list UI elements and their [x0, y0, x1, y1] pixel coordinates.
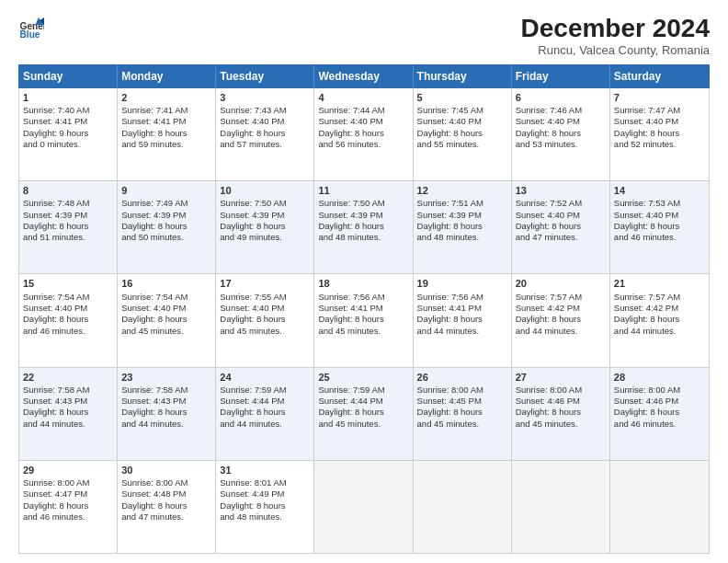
day-info: Daylight: 8 hours — [220, 221, 310, 232]
day-number: 20 — [516, 277, 606, 290]
day-number: 13 — [516, 184, 606, 197]
day-info: Sunset: 4:41 PM — [318, 303, 408, 314]
day-number: 28 — [614, 371, 705, 384]
day-info: Daylight: 8 hours — [23, 500, 113, 511]
day-info: Sunset: 4:40 PM — [220, 116, 310, 127]
subtitle: Runcu, Valcea County, Romania — [521, 43, 710, 57]
calendar: SundayMondayTuesdayWednesdayThursdayFrid… — [18, 64, 710, 554]
table-row: 21Sunrise: 7:57 AMSunset: 4:42 PMDayligh… — [610, 274, 709, 366]
day-info: and 48 minutes. — [220, 511, 310, 523]
day-info: Sunrise: 7:47 AM — [614, 105, 705, 116]
day-info: and 50 minutes. — [121, 232, 211, 243]
title-block: December 2024 Runcu, Valcea County, Roma… — [521, 15, 710, 57]
day-number: 10 — [220, 184, 310, 197]
table-row: 8Sunrise: 7:48 AMSunset: 4:39 PMDaylight… — [19, 181, 118, 273]
day-number: 7 — [614, 91, 705, 104]
day-info: Sunset: 4:39 PM — [121, 210, 211, 221]
day-info: Daylight: 8 hours — [417, 221, 507, 232]
day-info: Sunset: 4:49 PM — [220, 488, 310, 500]
day-info: and 49 minutes. — [220, 232, 310, 243]
day-number: 29 — [23, 464, 113, 477]
day-info: Daylight: 8 hours — [121, 314, 211, 325]
day-number: 31 — [220, 464, 310, 477]
table-row: 2Sunrise: 7:41 AMSunset: 4:41 PMDaylight… — [118, 88, 216, 180]
day-info: Sunrise: 7:56 AM — [318, 292, 408, 303]
day-info: Sunset: 4:46 PM — [614, 396, 705, 407]
table-row: 6Sunrise: 7:46 AMSunset: 4:40 PMDaylight… — [512, 88, 610, 180]
day-info: Sunset: 4:40 PM — [614, 116, 705, 127]
day-number: 27 — [516, 371, 606, 384]
table-row: 23Sunrise: 7:58 AMSunset: 4:43 PMDayligh… — [118, 368, 216, 460]
day-info: Daylight: 8 hours — [614, 314, 705, 325]
logo-icon: General Blue — [18, 15, 44, 40]
day-info: Daylight: 8 hours — [417, 314, 507, 325]
table-row: 7Sunrise: 7:47 AMSunset: 4:40 PMDaylight… — [610, 88, 709, 180]
table-row: 26Sunrise: 8:00 AMSunset: 4:45 PMDayligh… — [414, 368, 512, 460]
day-info: and 45 minutes. — [318, 326, 408, 337]
day-info: Sunrise: 7:49 AM — [121, 198, 211, 209]
day-info: and 44 minutes. — [23, 419, 113, 430]
day-info: and 56 minutes. — [318, 139, 408, 150]
day-info: Sunrise: 7:41 AM — [121, 105, 211, 116]
day-info: and 44 minutes. — [614, 326, 705, 337]
day-number: 2 — [121, 91, 211, 104]
day-number: 9 — [121, 184, 211, 197]
header-day-tuesday: Tuesday — [216, 65, 314, 87]
day-info: and 57 minutes. — [220, 139, 310, 150]
day-info: Daylight: 8 hours — [417, 128, 507, 139]
calendar-row-1: 8Sunrise: 7:48 AMSunset: 4:39 PMDaylight… — [19, 181, 709, 274]
day-info: Sunset: 4:39 PM — [23, 210, 113, 221]
day-info: Sunrise: 8:00 AM — [23, 477, 113, 488]
day-info: Sunrise: 7:53 AM — [614, 198, 705, 209]
day-info: and 44 minutes. — [220, 419, 310, 430]
day-info: Sunset: 4:40 PM — [614, 210, 705, 221]
day-info: Sunrise: 8:00 AM — [417, 385, 507, 396]
header-day-monday: Monday — [118, 65, 216, 87]
day-number: 17 — [220, 277, 310, 290]
svg-text:Blue: Blue — [20, 29, 40, 40]
day-info: Sunset: 4:40 PM — [516, 116, 606, 127]
table-row: 1Sunrise: 7:40 AMSunset: 4:41 PMDaylight… — [19, 88, 118, 180]
day-info: Daylight: 8 hours — [516, 314, 606, 325]
day-info: and 46 minutes. — [614, 419, 705, 430]
day-info: Daylight: 8 hours — [516, 128, 606, 139]
day-info: Daylight: 8 hours — [318, 128, 408, 139]
table-row: 10Sunrise: 7:50 AMSunset: 4:39 PMDayligh… — [216, 181, 314, 273]
day-number: 15 — [23, 277, 113, 290]
day-info: Sunset: 4:39 PM — [220, 210, 310, 221]
day-info: Sunset: 4:40 PM — [417, 116, 507, 127]
day-info: and 45 minutes. — [516, 419, 606, 430]
day-number: 12 — [417, 184, 507, 197]
day-info: Daylight: 9 hours — [23, 128, 113, 139]
day-number: 26 — [417, 371, 507, 384]
day-info: Daylight: 8 hours — [121, 128, 211, 139]
day-info: Sunrise: 7:48 AM — [23, 198, 113, 209]
day-info: Sunrise: 7:44 AM — [318, 105, 408, 116]
day-info: and 45 minutes. — [220, 326, 310, 337]
day-info: Sunset: 4:41 PM — [23, 116, 113, 127]
day-number: 5 — [417, 91, 507, 104]
day-info: and 47 minutes. — [121, 511, 211, 523]
table-row: 19Sunrise: 7:56 AMSunset: 4:41 PMDayligh… — [414, 274, 512, 366]
day-info: and 44 minutes. — [516, 326, 606, 337]
day-info: Sunset: 4:40 PM — [516, 210, 606, 221]
day-info: Daylight: 8 hours — [318, 314, 408, 325]
day-info: and 53 minutes. — [516, 139, 606, 150]
day-number: 24 — [220, 371, 310, 384]
day-info: Sunset: 4:48 PM — [121, 488, 211, 500]
day-info: Sunrise: 7:58 AM — [121, 385, 211, 396]
day-info: Daylight: 8 hours — [121, 221, 211, 232]
page: General Blue December 2024 Runcu, Valcea… — [0, 0, 728, 563]
day-number: 16 — [121, 277, 211, 290]
day-info: Sunrise: 7:40 AM — [23, 105, 113, 116]
day-number: 19 — [417, 277, 507, 290]
day-info: and 46 minutes. — [23, 326, 113, 337]
day-info: Sunrise: 7:56 AM — [417, 292, 507, 303]
day-info: Sunset: 4:41 PM — [417, 303, 507, 314]
day-info: Sunrise: 7:54 AM — [121, 292, 211, 303]
day-info: Sunrise: 7:50 AM — [318, 198, 408, 209]
day-info: Sunrise: 7:54 AM — [23, 292, 113, 303]
table-row: 16Sunrise: 7:54 AMSunset: 4:40 PMDayligh… — [118, 274, 216, 366]
day-info: Sunrise: 7:55 AM — [220, 292, 310, 303]
day-info: Sunrise: 7:58 AM — [23, 385, 113, 396]
